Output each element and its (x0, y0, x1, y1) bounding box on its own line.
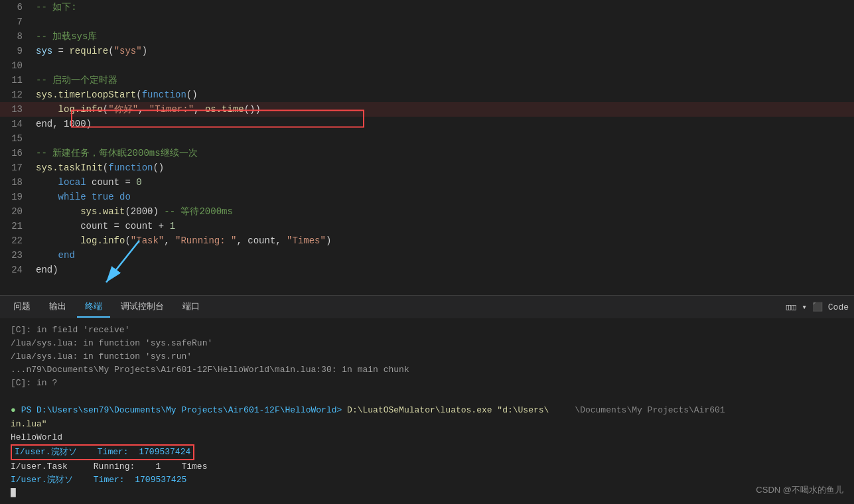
line-content: -- 加载sys库 (33, 29, 854, 44)
code-line: 7 (0, 15, 854, 29)
code-container: 6-- 如下:78-- 加载sys库9sys = require("sys")1… (0, 0, 854, 277)
code-line: 20 sys.wait(2000) -- 等待2000ms (0, 204, 854, 219)
terminal-cursor: █ (11, 487, 854, 500)
line-number: 19 (0, 190, 33, 204)
panel-tabs: 问题输出终端调试控制台端口◫◫ ▾⬛ Code (0, 295, 854, 318)
csdn-watermark: CSDN @不喝水的鱼儿 (756, 484, 843, 496)
terminal-ps-line: ● PS D:\Users\sen79\Documents\My Project… (11, 403, 854, 418)
code-line: 9sys = require("sys") (0, 44, 854, 58)
line-number: 10 (0, 58, 33, 73)
code-line: 15 (0, 131, 854, 146)
panel-tab-调试控制台[interactable]: 调试控制台 (113, 296, 172, 318)
code-line: 13 log.info("你好", "Timer:", os.time()) (0, 102, 854, 117)
code-panel-button[interactable]: ⬛ Code (812, 302, 849, 312)
layout-icon[interactable]: ◫◫ ▾ (786, 302, 807, 312)
line-number: 11 (0, 73, 33, 88)
line-content: while true do (33, 190, 854, 204)
terminal-output-line: I/user.Task Running: 1 Times (11, 460, 854, 473)
line-content: local count = 0 (33, 175, 854, 190)
code-line: 19 while true do (0, 190, 854, 204)
code-line: 12sys.timerLoopStart(function() (0, 88, 854, 102)
terminal-inlua-line: in.lua" (11, 418, 854, 431)
code-line: 24end) (0, 263, 854, 277)
panel-tab-终端[interactable]: 终端 (77, 296, 110, 318)
panel-tab-输出[interactable]: 输出 (41, 296, 74, 318)
terminal-output-line: I/user.浣犲ソ Timer: 1709537425 (11, 473, 854, 487)
line-content: log.info("你好", "Timer:", os.time()) (33, 102, 854, 117)
line-number: 7 (0, 15, 33, 29)
line-content: end, 1000) (33, 117, 854, 131)
code-line: 22 log.info("Task", "Running: ", count, … (0, 233, 854, 248)
line-content: end (33, 248, 854, 263)
line-number: 13 (0, 102, 33, 117)
line-number: 9 (0, 44, 33, 58)
line-number: 15 (0, 131, 33, 146)
line-content: sys.timerLoopStart(function() (33, 88, 854, 102)
code-line: 10 (0, 58, 854, 73)
line-number: 21 (0, 219, 33, 233)
code-line: 17sys.taskInit(function() (0, 160, 854, 175)
line-number: 22 (0, 233, 33, 248)
code-line: 11-- 启动一个定时器 (0, 73, 854, 88)
code-line: 21 count = count + 1 (0, 219, 854, 233)
terminal-error-line: [C]: in ? (11, 377, 854, 390)
terminal-error-line: [C]: in field 'receive' (11, 324, 854, 337)
line-number: 24 (0, 263, 33, 277)
terminal-area: [C]: in field 'receive'/lua/sys.lua: in … (0, 318, 854, 504)
line-content: sys.wait(2000) -- 等待2000ms (33, 204, 854, 219)
code-line: 8-- 加载sys库 (0, 29, 854, 44)
line-content: sys.taskInit(function() (33, 160, 854, 175)
line-number: 17 (0, 160, 33, 175)
line-content: log.info("Task", "Running: ", count, "Ti… (33, 233, 854, 248)
line-number: 16 (0, 146, 33, 160)
code-line: 6-- 如下: (0, 0, 854, 15)
terminal-output-line: I/user.浣犲ソ Timer: 1709537424 (11, 444, 194, 460)
line-content: sys = require("sys") (33, 44, 854, 58)
code-line: 14end, 1000) (0, 117, 854, 131)
terminal-error-line: ...n79\Documents\My Projects\Air601-12F\… (11, 363, 854, 377)
line-number: 8 (0, 29, 33, 44)
code-line: 16-- 新建任务，每休眠2000ms继续一次 (0, 146, 854, 160)
panel-right-controls: ◫◫ ▾⬛ Code (786, 302, 849, 312)
line-number: 12 (0, 88, 33, 102)
code-line: 18 local count = 0 (0, 175, 854, 190)
line-number: 14 (0, 117, 33, 131)
line-number: 6 (0, 0, 33, 15)
line-content: -- 新建任务，每休眠2000ms继续一次 (33, 146, 854, 160)
panel-tab-问题[interactable]: 问题 (5, 296, 38, 318)
panel-tab-端口[interactable]: 端口 (175, 296, 208, 318)
terminal-error-line: /lua/sys.lua: in function 'sys.safeRun' (11, 337, 854, 350)
editor-area: 6-- 如下:78-- 加载sys库9sys = require("sys")1… (0, 0, 854, 295)
line-content: -- 启动一个定时器 (33, 73, 854, 88)
line-content: count = count + 1 (33, 219, 854, 233)
line-content: -- 如下: (33, 0, 854, 15)
line-number: 20 (0, 204, 33, 219)
code-line: 23 end (0, 248, 854, 263)
line-number: 18 (0, 175, 33, 190)
line-content: end) (33, 263, 854, 277)
terminal-output-line: HelloWorld (11, 431, 854, 444)
line-number: 23 (0, 248, 33, 263)
terminal-error-line: /lua/sys.lua: in function 'sys.run' (11, 350, 854, 363)
